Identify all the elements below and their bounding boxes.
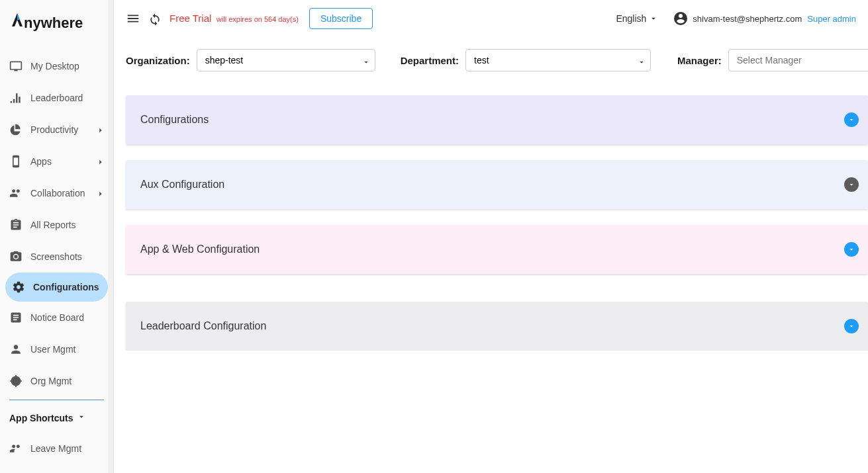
organization-label: Organization: [126,55,190,66]
sidebar-item-label: Configurations [33,282,101,292]
sidebar-item-label: Screenshots [30,251,104,262]
sidebar-item-my-desktop[interactable]: My Desktop [0,50,113,82]
logo-text: nywhere [24,15,83,32]
sidebar-item-org-mgmt[interactable]: Org Mgmt [0,365,113,397]
expand-toggle[interactable] [844,177,859,192]
logo[interactable]: nywhere [0,0,113,44]
sidebar-item-label: Leave Mgmt [30,443,104,454]
sidebar-item-label: Collaboration [30,188,88,198]
manager-select[interactable] [728,49,868,71]
panel-title: App & Web Configuration [140,243,260,255]
sidebar-item-all-reports[interactable]: All Reports [0,209,113,241]
org-gear-icon [9,374,23,388]
organization-select[interactable]: shep-test [197,49,375,71]
sidebar-item-label: Leaderboard [30,93,104,103]
user-email: shivam-test@shephertz.com [693,14,802,24]
app-shortcuts-header[interactable]: App Shortcuts [0,403,113,433]
manager-label: Manager: [677,55,722,66]
sidebar-item-collaboration[interactable]: Collaboration [0,177,113,209]
panel-title: Configurations [140,114,209,126]
sidebar-item-user-mgmt[interactable]: User Mgmt [0,333,113,365]
main: Free Trial will expires on 564 day(s) Su… [114,0,868,473]
chevron-right-icon [96,126,104,134]
phone-icon [9,155,23,168]
chevron-down-icon [77,412,86,423]
leaderboard-icon [9,91,23,105]
collaboration-icon [9,187,23,200]
chevron-down-icon [847,116,855,124]
nav-divider [9,400,104,400]
language-label: English [616,13,646,24]
refresh-icon[interactable] [148,12,162,25]
pie-chart-icon [9,123,23,136]
chevron-right-icon [96,157,104,165]
chevron-down-icon [847,322,855,330]
sidebar-item-label: Org Mgmt [30,376,104,386]
panel-title: Leaderboard Configuration [140,320,266,332]
sidebar-item-label: All Reports [30,220,104,230]
trial-status: Free Trial will expires on 564 day(s) [169,13,299,24]
chevron-right-icon [96,189,104,197]
topbar: Free Trial will expires on 564 day(s) Su… [114,0,868,37]
sidebar-scrollbar[interactable] [108,0,113,473]
panel-leaderboard-configuration[interactable]: Leaderboard Configuration [126,302,868,351]
panel-app-web-configuration[interactable]: App & Web Configuration [126,225,868,274]
user-block[interactable]: shivam-test@shephertz.com Super admin [673,11,856,26]
filter-bar: Organization: shep-test Department: test… [114,37,868,79]
sidebar-item-label: User Mgmt [30,344,104,355]
chevron-down-icon [847,181,855,189]
panel-configurations[interactable]: Configurations [126,95,868,144]
sidebar-item-screenshots[interactable]: Screenshots [0,241,113,273]
gear-icon [12,280,25,294]
sidebar-item-configurations[interactable]: Configurations [5,273,108,302]
leave-icon [9,442,23,455]
desktop-icon [9,60,23,73]
sidebar-item-label: My Desktop [30,61,104,71]
expand-toggle[interactable] [844,319,859,333]
users-gear-icon [9,343,23,356]
user-role: Super admin [807,14,856,24]
panel-title: Aux Configuration [140,179,224,191]
sidebar-item-apps[interactable]: Apps [0,146,113,177]
sidebar-item-leaderboard[interactable]: Leaderboard [0,82,113,114]
logo-mark-icon [9,12,25,28]
trial-expiry: will expires on 564 day(s) [217,15,299,23]
menu-icon[interactable] [126,11,140,26]
nav: My Desktop Leaderboard Productivity [0,44,113,473]
chevron-down-icon [649,14,658,23]
sidebar-item-label: Notice Board [30,312,104,323]
expand-toggle[interactable] [844,242,859,257]
sidebar: nywhere My Desktop Leaderboard Pro [0,0,114,473]
expand-toggle[interactable] [844,112,859,127]
sidebar-item-label: Productivity [30,124,88,135]
sidebar-item-label: Apps [30,156,88,167]
sidebar-item-notice-board[interactable]: Notice Board [0,302,113,333]
chevron-down-icon [847,245,855,253]
subscribe-button[interactable]: Subscribe [309,8,373,29]
department-label: Department: [401,55,459,66]
sidebar-item-productivity[interactable]: Productivity [0,114,113,146]
panel-aux-configuration[interactable]: Aux Configuration [126,160,868,209]
language-select[interactable]: English [616,13,658,24]
notice-board-icon [9,311,23,324]
clipboard-icon [9,218,23,232]
department-select[interactable]: test [465,49,651,71]
trial-label: Free Trial [169,13,211,24]
sidebar-item-leave-mgmt[interactable]: Leave Mgmt [0,433,113,464]
shortcuts-label: App Shortcuts [9,413,73,423]
user-avatar-icon [673,11,689,26]
camera-icon [9,250,23,263]
panels: Configurations Aux Configuration App & W… [114,79,868,351]
